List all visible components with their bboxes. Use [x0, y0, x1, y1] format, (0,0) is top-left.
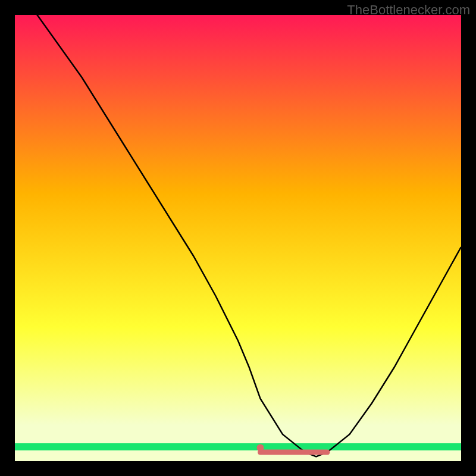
chart-svg — [15, 15, 461, 461]
plot-area — [15, 15, 461, 461]
gradient-background — [15, 15, 461, 461]
marker-dot — [257, 444, 264, 452]
watermark-text: TheBottlenecker.com — [347, 2, 470, 18]
green-band — [15, 443, 461, 450]
